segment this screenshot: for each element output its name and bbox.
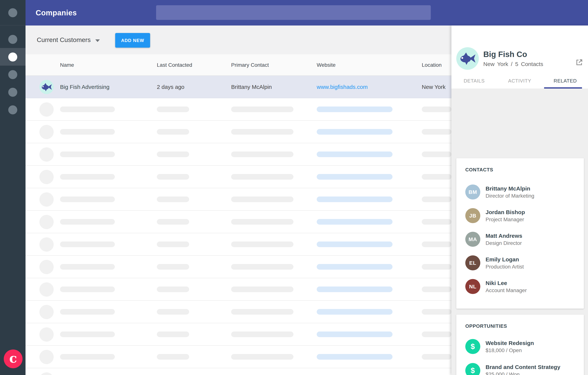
last-contacted-placeholder	[157, 332, 189, 337]
cell-last-contacted: 2 days ago	[157, 84, 231, 90]
table-row-placeholder[interactable]	[25, 143, 452, 166]
name-placeholder	[60, 286, 115, 292]
tab-related[interactable]: RELATED	[542, 76, 588, 89]
page-title: Companies	[36, 0, 77, 26]
nav-dot-icon	[8, 105, 17, 114]
contact-item[interactable]: EL Emily Logan Production Artist	[456, 251, 584, 274]
dollar-icon: $	[465, 363, 480, 375]
contacts-card: CONTACTS BM Brittany McAlpin Director of…	[456, 158, 584, 309]
sidebar-app-logo[interactable]	[0, 0, 25, 26]
list-toolbar: Current Customers ADD NEW	[25, 26, 452, 54]
location-placeholder	[422, 242, 452, 247]
avatar-placeholder	[39, 260, 54, 274]
contact-name: Niki Lee	[485, 280, 527, 286]
sidebar-item-5[interactable]	[0, 101, 25, 119]
table-row-placeholder[interactable]	[25, 211, 452, 233]
app-logo-icon	[8, 8, 17, 17]
table-row-placeholder[interactable]	[25, 301, 452, 323]
website-placeholder	[317, 219, 392, 225]
primary-contact-placeholder	[231, 309, 294, 315]
contact-item[interactable]: MA Matt Andrews Design Director	[456, 227, 584, 251]
avatar-placeholder	[39, 350, 54, 364]
company-subtitle: New York / 5 Contacts	[483, 61, 543, 67]
contact-item[interactable]: JB Jordan Bishop Project Manager	[456, 204, 584, 227]
sidebar-item-4[interactable]	[0, 83, 25, 101]
sidebar-item-1[interactable]	[0, 30, 25, 48]
tab-details[interactable]: DETAILS	[452, 76, 497, 89]
copper-logo-glyph: c	[9, 352, 17, 365]
table-row-placeholder[interactable]	[25, 188, 452, 211]
location-placeholder	[422, 264, 452, 270]
table-row-big-fish-advertising[interactable]: Big Fish Advertising 2 days ago Brittany…	[25, 76, 452, 98]
contact-item[interactable]: BM Brittany McAlpin Director of Marketin…	[456, 180, 584, 204]
primary-contact-placeholder	[231, 107, 294, 112]
top-bar: Companies	[25, 0, 588, 26]
website-placeholder	[317, 152, 392, 157]
website-placeholder	[317, 129, 392, 135]
app-window: c Companies Current Customers ADD NEW Na…	[0, 0, 588, 375]
avatar-placeholder	[39, 282, 54, 296]
name-placeholder	[60, 309, 115, 315]
contact-name: Brittany McAlpin	[485, 185, 534, 192]
avatar-placeholder	[39, 125, 54, 139]
sidebar-item-3[interactable]	[0, 66, 25, 83]
table-body: Big Fish Advertising 2 days ago Brittany…	[25, 76, 452, 375]
add-new-button[interactable]: ADD NEW	[115, 33, 150, 48]
contact-item[interactable]: NL Niki Lee Account Manager	[456, 274, 584, 298]
table-row-placeholder[interactable]	[25, 278, 452, 301]
contact-role: Account Manager	[485, 287, 527, 293]
column-header-name[interactable]: Name	[60, 62, 157, 68]
contact-role: Production Artist	[485, 264, 524, 269]
avatar-placeholder	[39, 170, 54, 184]
column-header-primary-contact[interactable]: Primary Contact	[231, 62, 317, 68]
primary-contact-placeholder	[231, 242, 294, 247]
table-row-placeholder[interactable]	[25, 368, 452, 375]
website-placeholder	[317, 174, 392, 180]
avatar-placeholder	[39, 305, 54, 319]
name-placeholder	[60, 107, 115, 112]
table-row-placeholder[interactable]	[25, 256, 452, 278]
name-placeholder	[60, 196, 115, 202]
website-placeholder	[317, 242, 392, 247]
location-placeholder	[422, 309, 452, 315]
dollar-icon: $	[465, 339, 480, 354]
column-header-location[interactable]: Location	[422, 62, 452, 68]
last-contacted-placeholder	[157, 196, 189, 202]
table-row-placeholder[interactable]	[25, 121, 452, 143]
tab-activity[interactable]: ACTIVITY	[497, 76, 543, 89]
open-in-new-icon[interactable]	[576, 59, 583, 66]
contact-avatar: NL	[465, 279, 480, 294]
table-header: Name Last Contacted Primary Contact Webs…	[25, 54, 452, 76]
opportunity-name: Brand and Content Strategy	[485, 364, 560, 370]
table-row-placeholder[interactable]	[25, 233, 452, 256]
column-header-website[interactable]: Website	[317, 62, 422, 68]
opportunity-item[interactable]: $ Website Redesign $18,000 / Open	[456, 334, 584, 358]
column-header-last-contacted[interactable]: Last Contacted	[157, 62, 231, 68]
website-placeholder	[317, 196, 392, 202]
contact-role: Director of Marketing	[485, 193, 534, 199]
contact-avatar: BM	[465, 184, 480, 199]
avatar-placeholder	[39, 372, 54, 375]
sidebar-item-2[interactable]	[0, 48, 25, 66]
contact-role: Project Manager	[485, 216, 525, 222]
name-placeholder	[60, 242, 115, 247]
contacts-section-title: CONTACTS	[456, 158, 584, 172]
search-input[interactable]	[156, 5, 431, 20]
list-filter-dropdown[interactable]: Current Customers	[37, 26, 100, 54]
filter-label: Current Customers	[37, 36, 91, 44]
last-contacted-placeholder	[157, 286, 189, 292]
copper-logo[interactable]: c	[4, 349, 22, 368]
panel-tabs: DETAILS ACTIVITY RELATED	[452, 76, 588, 89]
table-row-placeholder[interactable]	[25, 346, 452, 368]
name-placeholder	[60, 264, 115, 270]
table-row-placeholder[interactable]	[25, 166, 452, 188]
avatar-placeholder	[39, 102, 54, 116]
opportunities-card: OPPORTUNITIES $ Website Redesign $18,000…	[456, 315, 584, 375]
table-row-placeholder[interactable]	[25, 98, 452, 121]
contact-name: Jordan Bishop	[485, 209, 525, 215]
cell-website-link[interactable]: www.bigfishads.com	[317, 84, 368, 90]
table-row-placeholder[interactable]	[25, 323, 452, 346]
last-contacted-placeholder	[157, 354, 189, 360]
fish-icon	[459, 50, 477, 68]
opportunity-item[interactable]: $ Brand and Content Strategy $25,000 / W…	[456, 358, 584, 375]
